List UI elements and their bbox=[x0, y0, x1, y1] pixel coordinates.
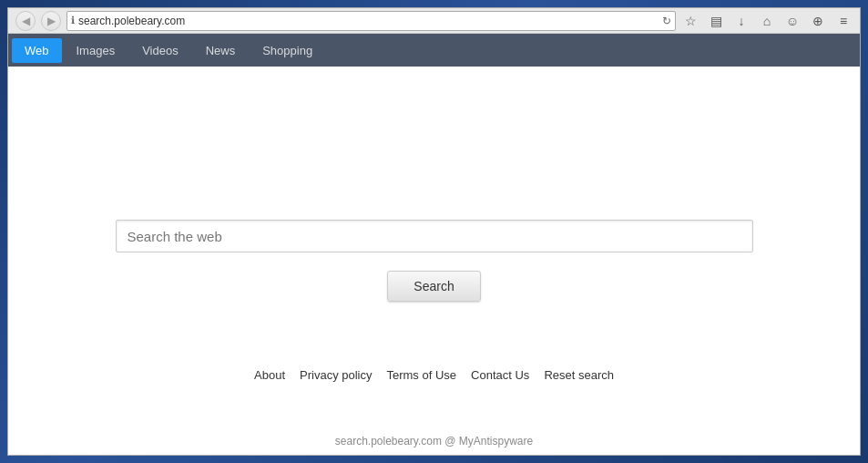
search-container: Search bbox=[8, 220, 860, 302]
nav-tabs: Web Images Videos News Shopping bbox=[8, 34, 860, 67]
home-icon[interactable]: ⌂ bbox=[758, 14, 776, 28]
address-input[interactable] bbox=[78, 15, 659, 27]
tab-web[interactable]: Web bbox=[12, 38, 62, 63]
download-icon[interactable]: ↓ bbox=[732, 14, 751, 28]
footer-link-reset[interactable]: Reset search bbox=[544, 368, 614, 382]
emoji-icon[interactable]: ☺ bbox=[783, 14, 802, 28]
forward-icon: ▶ bbox=[47, 15, 56, 27]
address-bar-wrapper: ℹ ↻ bbox=[66, 11, 676, 31]
footer-link-privacy[interactable]: Privacy policy bbox=[300, 368, 372, 382]
search-input[interactable] bbox=[116, 220, 753, 252]
forward-button[interactable]: ▶ bbox=[41, 11, 61, 31]
menu-icon[interactable]: ≡ bbox=[834, 14, 853, 28]
footer-link-terms[interactable]: Terms of Use bbox=[386, 368, 456, 382]
toolbar-icons: ☆ ▤ ↓ ⌂ ☺ ⊕ ≡ bbox=[681, 14, 853, 28]
info-icon: ℹ bbox=[71, 15, 75, 26]
browser-outer: ◀ ▶ ℹ ↻ ☆ ▤ ↓ ⌂ ☺ ⊕ ≡ Web Images bbox=[0, 0, 868, 463]
tab-shopping[interactable]: Shopping bbox=[250, 38, 325, 63]
browser-content: Search About Privacy policy Terms of Use… bbox=[8, 67, 860, 455]
search-button[interactable]: Search bbox=[387, 271, 480, 302]
back-icon: ◀ bbox=[22, 15, 30, 27]
footer-link-contact[interactable]: Contact Us bbox=[471, 368, 529, 382]
reload-button[interactable]: ↻ bbox=[662, 15, 671, 27]
footer-link-about[interactable]: About bbox=[254, 368, 285, 382]
tab-news[interactable]: News bbox=[193, 38, 249, 63]
bookmark-icon[interactable]: ☆ bbox=[681, 14, 700, 28]
footer-links: About Privacy policy Terms of Use Contac… bbox=[254, 368, 614, 382]
tab-images[interactable]: Images bbox=[64, 38, 128, 63]
reader-icon[interactable]: ▤ bbox=[707, 14, 725, 28]
back-button[interactable]: ◀ bbox=[15, 11, 36, 31]
title-bar: ◀ ▶ ℹ ↻ ☆ ▤ ↓ ⌂ ☺ ⊕ ≡ bbox=[8, 8, 860, 34]
pocket-icon[interactable]: ⊕ bbox=[809, 14, 827, 28]
tab-videos[interactable]: Videos bbox=[129, 38, 191, 63]
browser-window: ◀ ▶ ℹ ↻ ☆ ▤ ↓ ⌂ ☺ ⊕ ≡ Web Images bbox=[7, 7, 861, 456]
watermark: search.polebeary.com @ MyAntispyware bbox=[8, 435, 860, 448]
